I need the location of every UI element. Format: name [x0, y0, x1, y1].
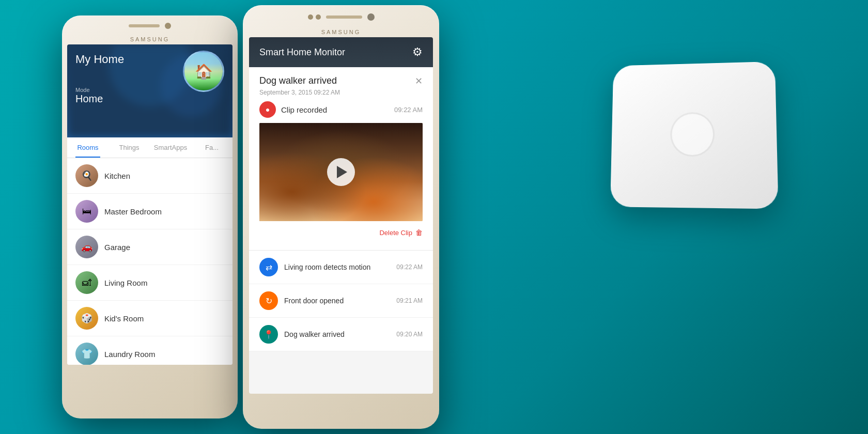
video-thumbnail[interactable] [259, 123, 423, 221]
mode-label: Mode [75, 87, 224, 93]
clip-record-icon: ● [259, 101, 276, 118]
left-phone-screen: My Home Mode Home Rooms Things SmartApps… [67, 44, 233, 365]
mode-value: Home [75, 93, 224, 105]
tab-rooms[interactable]: Rooms [67, 137, 109, 158]
alert-title: Dog walker arrived [259, 75, 337, 86]
delete-clip-row: Delete Clip 🗑 [259, 226, 423, 242]
location-icon: 📍 [259, 325, 278, 344]
right-phone-camera [367, 13, 375, 21]
play-triangle-icon [337, 166, 347, 178]
room-name-kids: Kid's Room [104, 314, 144, 323]
room-icon-garage: 🚗 [75, 236, 98, 258]
clip-time: 09:22 AM [394, 106, 423, 114]
room-icon-laundry: 👕 [75, 343, 98, 365]
room-item-kitchen[interactable]: 🍳 Kitchen [67, 158, 233, 194]
left-phone-speaker [129, 24, 160, 27]
dot-1 [308, 14, 313, 20]
room-name-laundry: Laundry Room [104, 350, 155, 359]
shm-header: Smart Home Monitor ⚙ [249, 37, 433, 67]
shm-title: Smart Home Monitor [259, 47, 345, 58]
right-phone-brand: SAMSUNG [243, 29, 439, 35]
room-icon-kids: 🎲 [75, 307, 98, 330]
clip-left: ● Clip recorded [259, 101, 327, 118]
tab-bar: Rooms Things SmartApps Fa... [67, 137, 233, 158]
home-image-circle [183, 51, 224, 92]
room-icon-kitchen: 🍳 [75, 164, 98, 187]
trash-icon[interactable]: 🗑 [415, 228, 423, 237]
dot-2 [316, 14, 321, 20]
room-item-master-bedroom[interactable]: 🛏 Master Bedroom [67, 194, 233, 229]
room-name-bedroom: Master Bedroom [104, 207, 162, 216]
room-item-garage[interactable]: 🚗 Garage [67, 229, 233, 265]
alert-date: September 3, 2015 09:22 AM [259, 89, 423, 96]
event-time-motion: 09:22 AM [396, 264, 423, 271]
event-time-walker: 09:20 AM [396, 331, 423, 338]
play-button[interactable] [327, 158, 355, 186]
tab-smartapps[interactable]: SmartApps [150, 137, 191, 158]
phone-left-top-bar [62, 16, 238, 36]
motion-icon: ⇄ [259, 258, 278, 276]
clip-label: Clip recorded [281, 105, 327, 114]
alert-close-button[interactable]: ✕ [415, 75, 423, 87]
room-icon-living: 🛋 [75, 271, 98, 294]
hub-device [610, 61, 779, 209]
event-desc-walker: Dog walker arrived [284, 330, 390, 338]
event-desc-motion: Living room detects motion [284, 263, 390, 271]
alert-header: Dog walker arrived ✕ [259, 75, 423, 87]
right-phone-dots [308, 14, 321, 20]
alert-card: Dog walker arrived ✕ September 3, 2015 0… [249, 67, 433, 251]
event-desc-door: Front door opened [284, 297, 390, 305]
room-list: 🍳 Kitchen 🛏 Master Bedroom 🚗 Garage 🛋 Li… [67, 158, 233, 365]
room-name-kitchen: Kitchen [104, 172, 130, 180]
room-name-garage: Garage [104, 243, 130, 252]
clip-row: ● Clip recorded 09:22 AM [259, 101, 423, 118]
event-item-motion[interactable]: ⇄ Living room detects motion 09:22 AM [249, 251, 433, 284]
event-item-door[interactable]: ↻ Front door opened 09:21 AM [249, 284, 433, 318]
event-item-walker[interactable]: 📍 Dog walker arrived 09:20 AM [249, 318, 433, 351]
right-phone-screen: Smart Home Monitor ⚙ Dog walker arrived … [249, 37, 433, 394]
event-time-door: 09:21 AM [396, 297, 423, 304]
phone-right: SAMSUNG Smart Home Monitor ⚙ Dog walker … [243, 5, 439, 429]
right-phone-speaker [326, 16, 362, 19]
left-phone-brand: SAMSUNG [62, 36, 238, 42]
tab-favorites[interactable]: Fa... [191, 137, 233, 158]
tab-things[interactable]: Things [109, 137, 150, 158]
home-image [184, 52, 223, 90]
events-list: ⇄ Living room detects motion 09:22 AM ↻ … [249, 251, 433, 351]
phone-right-top-bar [243, 5, 439, 29]
delete-clip-button[interactable]: Delete Clip [379, 229, 412, 237]
room-item-living-room[interactable]: 🛋 Living Room [67, 265, 233, 301]
room-icon-bedroom: 🛏 [75, 200, 98, 223]
phone-left: SAMSUNG My Home Mode Home Rooms Things S… [62, 16, 238, 419]
door-icon: ↻ [259, 291, 278, 310]
room-item-kids-room[interactable]: 🎲 Kid's Room [67, 301, 233, 336]
my-home-header: My Home Mode Home [67, 44, 233, 137]
left-phone-camera [165, 23, 171, 29]
room-item-laundry-room[interactable]: 👕 Laundry Room [67, 336, 233, 365]
gear-icon[interactable]: ⚙ [412, 45, 423, 59]
room-name-living: Living Room [104, 278, 147, 287]
